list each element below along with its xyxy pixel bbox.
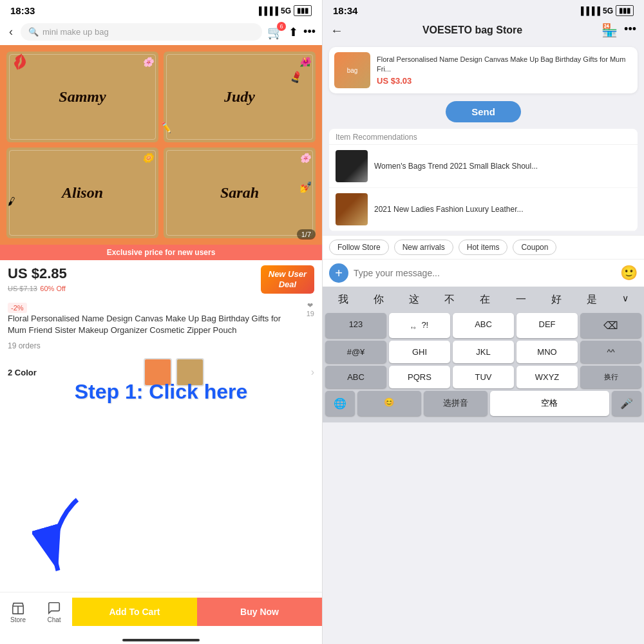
rec-item-2[interactable]: 2021 New Ladies Fashion Luxury Leather..… bbox=[329, 188, 638, 231]
product-image-bg: Sammy🌸 Judy🌺 Alison🌼 Sarah🌸 💋 💄 🖌 ✏️ 💅 bbox=[0, 45, 322, 245]
signal-bars-right: ▐▐▐▐ bbox=[578, 6, 600, 15]
kb-row-3: ABC PQRS TUV WXYZ 换行 bbox=[325, 366, 641, 388]
emoji-button[interactable]: 🙂 bbox=[620, 265, 638, 281]
quick-char-3[interactable]: 不 bbox=[440, 290, 459, 309]
bag-item-1: Sammy🌸 bbox=[6, 52, 158, 142]
store-title: VOESETO bag Store bbox=[422, 24, 522, 36]
quick-reply-3[interactable]: Coupon bbox=[513, 240, 556, 255]
color-label: 2 Color bbox=[8, 368, 37, 377]
product-meta: ❤19 -2% Floral Personalised Name Design … bbox=[0, 298, 322, 339]
bag-grid: Sammy🌸 Judy🌺 Alison🌼 Sarah🌸 bbox=[0, 45, 322, 245]
quick-char-2[interactable]: 这 bbox=[405, 290, 423, 309]
kb-key-newline[interactable]: 换行 bbox=[580, 366, 641, 388]
color-swatch-2[interactable] bbox=[176, 358, 204, 386]
status-bar-right: 18:34 ▐▐▐▐ 5G ▮▮▮ bbox=[323, 0, 644, 19]
rec-title-2: 2021 New Ladies Fashion Luxury Leather..… bbox=[374, 204, 523, 215]
cart-badge: 6 bbox=[277, 22, 286, 31]
price-original: US $7.13 bbox=[8, 285, 37, 292]
buy-now-button[interactable]: Buy Now bbox=[197, 598, 322, 626]
kb-row-1: 123 ,。?! ABC DEF ⌫ bbox=[325, 313, 641, 338]
kb-key-def[interactable]: DEF bbox=[516, 313, 578, 338]
chat-label: Chat bbox=[47, 616, 61, 623]
quick-char-5[interactable]: 一 bbox=[512, 290, 530, 309]
back-button-left[interactable]: ‹ bbox=[6, 23, 15, 41]
kb-key-pinyin[interactable]: 选拼音 bbox=[424, 391, 488, 416]
chat-product-card[interactable]: bag Floral Personalised Name Design Canv… bbox=[329, 47, 638, 93]
kb-key-mno[interactable]: MNO bbox=[516, 341, 578, 363]
price-info: US $2.85 US $7.13 60% Off bbox=[8, 265, 67, 294]
status-bar-left: 18:33 ▐▐▐▐ 5G ▮▮▮ bbox=[0, 0, 322, 19]
chat-button[interactable]: Chat bbox=[36, 598, 72, 626]
left-panel: 18:33 ▐▐▐▐ 5G ▮▮▮ ‹ 🔍 mini make up bag 🛒… bbox=[0, 0, 322, 644]
time-right: 18:34 bbox=[333, 5, 357, 16]
discount-badge: -2% bbox=[8, 303, 27, 313]
like-button[interactable]: ❤19 bbox=[307, 301, 314, 317]
quick-chars-expand[interactable]: ∨ bbox=[618, 290, 632, 309]
discount-label: 60% Off bbox=[40, 285, 66, 292]
plus-button[interactable]: + bbox=[329, 263, 348, 283]
bag-item-4: Sarah🌸 bbox=[164, 147, 316, 238]
search-text-left: mini make up bag bbox=[43, 27, 109, 37]
cart-icon-wrap[interactable]: 🛒 6 bbox=[267, 24, 283, 40]
kb-key-ghi[interactable]: GHI bbox=[389, 341, 450, 363]
page-indicator: 1/7 bbox=[297, 229, 316, 240]
quick-chars-row: 我 你 这 不 在 一 好 是 ∨ bbox=[325, 290, 641, 309]
quick-char-0[interactable]: 我 bbox=[334, 290, 352, 309]
quick-reply-1[interactable]: New arrivals bbox=[394, 240, 453, 255]
kb-key-delete[interactable]: ⌫ bbox=[580, 313, 641, 338]
product-title: Floral Personalised Name Design Canvas M… bbox=[8, 313, 314, 336]
share-icon-left[interactable]: ⬆ bbox=[289, 25, 298, 39]
color-swatch-1[interactable] bbox=[144, 358, 172, 386]
price-row: US $2.85 US $7.13 60% Off New UserDeal bbox=[0, 260, 322, 298]
time-left: 18:33 bbox=[10, 5, 35, 16]
chat-product-title: Floral Personalised Name Design Canvas M… bbox=[377, 55, 632, 73]
kb-key-abc[interactable]: ABC bbox=[453, 313, 514, 338]
message-input-row: + 🙂 bbox=[323, 259, 644, 287]
store-shop-icon[interactable]: 🏪 bbox=[601, 23, 618, 38]
quick-reply-0[interactable]: Follow Store bbox=[329, 240, 389, 255]
kb-key-pqrs[interactable]: PQRS bbox=[389, 366, 450, 388]
search-bar-left[interactable]: 🔍 mini make up bag bbox=[21, 23, 262, 41]
promo-banner: Exclusive price for new users bbox=[0, 245, 322, 260]
kb-key-caret[interactable]: ^^ bbox=[580, 341, 641, 363]
quick-reply-2[interactable]: Hot items bbox=[459, 240, 508, 255]
signal-right: ▐▐▐▐ 5G ▮▮▮ bbox=[578, 5, 634, 16]
kb-mic-btn[interactable]: 🎤 bbox=[612, 391, 641, 416]
kb-key-jkl[interactable]: JKL bbox=[453, 341, 514, 363]
bag-item-3: Alison🌼 bbox=[6, 147, 158, 238]
chat-icon bbox=[47, 601, 61, 615]
store-button[interactable]: Store bbox=[0, 598, 36, 626]
kb-key-emoji-row[interactable]: 😊 bbox=[357, 391, 421, 416]
message-input[interactable] bbox=[354, 268, 615, 278]
bottom-bar-left: Store Chat Add To Cart Buy Now bbox=[0, 592, 322, 631]
quick-char-7[interactable]: 是 bbox=[583, 290, 601, 309]
network-type-right: 5G bbox=[603, 6, 613, 15]
more-icon-left[interactable]: ••• bbox=[303, 25, 316, 39]
quick-char-6[interactable]: 好 bbox=[547, 290, 565, 309]
add-to-cart-button[interactable]: Add To Cart bbox=[72, 598, 197, 626]
kb-key-punct[interactable]: ,。?! bbox=[389, 313, 450, 338]
kb-globe-btn[interactable]: 🌐 bbox=[325, 391, 355, 416]
rec-thumb-1 bbox=[336, 150, 368, 182]
quick-char-1[interactable]: 你 bbox=[370, 290, 388, 309]
battery-right: ▮▮▮ bbox=[616, 5, 634, 16]
kb-key-123[interactable]: 123 bbox=[325, 313, 386, 338]
recommendations-title: Item Recommendations bbox=[329, 129, 638, 145]
rec-item-1[interactable]: Women's Bags Trend 2021 Small Black Shou… bbox=[329, 145, 638, 188]
kb-key-wxyz[interactable]: WXYZ bbox=[516, 366, 578, 388]
recommendations-section: Item Recommendations Women's Bags Trend … bbox=[329, 129, 638, 231]
send-btn-area: Send bbox=[323, 101, 644, 122]
chat-product-thumb: bag bbox=[334, 52, 370, 88]
quick-char-4[interactable]: 在 bbox=[476, 290, 494, 309]
more-icon-right[interactable]: ••• bbox=[624, 23, 636, 38]
product-image-area: Sammy🌸 Judy🌺 Alison🌼 Sarah🌸 💋 💄 🖌 ✏️ 💅 1… bbox=[0, 45, 322, 245]
kb-key-special-chars[interactable]: #@¥ bbox=[325, 341, 386, 363]
send-button[interactable]: Send bbox=[446, 101, 521, 122]
rec-thumb-2 bbox=[336, 193, 368, 225]
back-button-right[interactable]: ← bbox=[330, 23, 343, 38]
search-icon-left: 🔍 bbox=[28, 27, 39, 37]
kb-key-space[interactable]: 空格 bbox=[490, 391, 609, 416]
kb-key-tuv[interactable]: TUV bbox=[453, 366, 514, 388]
rec-title-1: Women's Bags Trend 2021 Small Black Shou… bbox=[374, 161, 538, 172]
kb-key-abc2[interactable]: ABC bbox=[325, 366, 386, 388]
